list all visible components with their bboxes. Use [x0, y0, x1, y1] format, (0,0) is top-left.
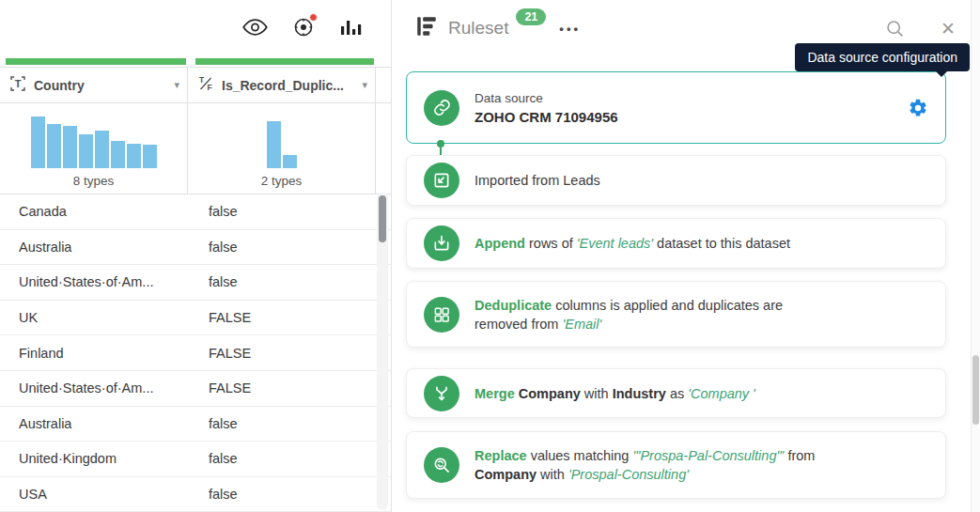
- table-row[interactable]: Australia false: [0, 230, 391, 266]
- cell-country[interactable]: USA: [0, 487, 188, 502]
- data-source-name: ZOHO CRM 71094956: [474, 109, 618, 125]
- rule-card-deduplicate[interactable]: Deduplicate columns is applied and dupli…: [406, 281, 946, 348]
- rule-text: Merge Company with Industry as 'Company …: [474, 384, 755, 403]
- histogram-bar[interactable]: [267, 121, 281, 168]
- column-header-country[interactable]: T Country ▾: [0, 68, 188, 102]
- search-icon[interactable]: [885, 19, 905, 39]
- merge-icon: [424, 376, 459, 411]
- cell-country[interactable]: United·Kingdom: [0, 451, 188, 466]
- gear-icon[interactable]: [908, 98, 928, 118]
- table-row[interactable]: Finland FALSE: [0, 335, 391, 371]
- histogram-bar[interactable]: [283, 155, 297, 168]
- boolean-type-icon: T F: [197, 75, 214, 96]
- cell-duplicate[interactable]: FALSE: [188, 310, 251, 325]
- cell-country[interactable]: United·States·of·Am...: [0, 380, 188, 396]
- close-icon[interactable]: ✕: [941, 18, 956, 39]
- rule-text: Imported from Leads: [474, 171, 600, 190]
- data-source-texts: Data source ZOHO CRM 71094956: [474, 91, 618, 125]
- grid-toolbar: [0, 0, 391, 54]
- dataprep-app: T Country ▾ T F Is_Record_Duplic... ▾: [0, 0, 980, 512]
- svg-text:F: F: [207, 83, 211, 92]
- histogram-duplicate: 2 types: [188, 103, 376, 194]
- import-icon: [424, 163, 459, 198]
- column-name: Country: [34, 78, 166, 93]
- svg-text:T: T: [15, 78, 22, 89]
- grid-scrollbar-thumb[interactable]: [379, 195, 386, 242]
- column-headers: T Country ▾ T F Is_Record_Duplic... ▾: [0, 67, 391, 103]
- rule-card-append[interactable]: Append rows of 'Event leads' dataset to …: [406, 218, 946, 269]
- rules-count-badge: 21: [516, 8, 546, 25]
- cell-duplicate[interactable]: false: [188, 204, 238, 219]
- column-header-duplicate[interactable]: T F Is_Record_Duplic... ▾: [188, 68, 376, 102]
- cell-country[interactable]: Finland: [0, 346, 188, 361]
- text-type-icon: T: [9, 75, 26, 96]
- ruleset-icon: [414, 14, 439, 42]
- connector-dot: [437, 140, 444, 147]
- profile-target-icon[interactable]: [292, 16, 315, 39]
- table-row[interactable]: Canada false: [0, 194, 391, 230]
- deduplicate-icon: [424, 297, 459, 333]
- svg-text:T: T: [199, 75, 205, 85]
- cell-country[interactable]: Australia: [0, 416, 188, 431]
- more-options-icon[interactable]: •••: [559, 22, 581, 36]
- panel-scrollbar-thumb[interactable]: [972, 355, 979, 425]
- cell-country[interactable]: United·States·of·Am...: [0, 274, 188, 289]
- grid-scrollbar[interactable]: [377, 193, 388, 510]
- rule-card-merge[interactable]: Merge Company with Industry as 'Company …: [406, 368, 946, 418]
- quality-bar-country[interactable]: [6, 58, 186, 65]
- data-quality-bars: [0, 58, 391, 65]
- data-source-label: Data source: [474, 91, 618, 105]
- cell-duplicate[interactable]: false: [188, 240, 238, 255]
- cell-country[interactable]: UK: [0, 310, 188, 325]
- cell-duplicate[interactable]: false: [188, 274, 238, 289]
- eye-icon[interactable]: [242, 18, 268, 37]
- histogram-bar[interactable]: [31, 116, 45, 168]
- cell-duplicate[interactable]: FALSE: [188, 380, 251, 396]
- column-histograms: 8 types 2 types: [0, 103, 391, 194]
- panel-scrollbar[interactable]: [971, 0, 980, 512]
- histogram-bars: [0, 112, 187, 168]
- histogram-bar[interactable]: [79, 134, 93, 168]
- histogram-bar[interactable]: [63, 126, 77, 168]
- table-row[interactable]: USA false: [0, 477, 391, 512]
- cell-duplicate[interactable]: false: [188, 487, 238, 502]
- quality-bar-duplicate[interactable]: [195, 58, 374, 65]
- append-icon: [424, 225, 459, 261]
- chevron-down-icon[interactable]: ▾: [174, 79, 179, 91]
- histogram-bar[interactable]: [47, 124, 61, 168]
- rule-card-import[interactable]: Imported from Leads: [406, 155, 946, 206]
- rule-card-replace[interactable]: Replace values matching '"Prospa-Pal-Con…: [406, 431, 946, 499]
- types-count-label: 8 types: [0, 174, 187, 188]
- table-row[interactable]: United·Kingdom false: [0, 442, 391, 477]
- chevron-down-icon[interactable]: ▾: [362, 79, 367, 91]
- ruleset-cards: Data source ZOHO CRM 71094956 Imported f…: [392, 56, 980, 499]
- histogram-country: 8 types: [0, 103, 188, 194]
- data-rows: Canada false Australia false United·Stat…: [0, 194, 391, 512]
- histogram-bars: [188, 112, 375, 168]
- column-name: Is_Record_Duplic...: [222, 78, 354, 93]
- table-row[interactable]: United·States·of·Am... false: [0, 265, 391, 301]
- replace-icon: [424, 447, 459, 483]
- histogram-bar[interactable]: [127, 144, 141, 168]
- table-row[interactable]: United·States·of·Am... FALSE: [0, 371, 391, 407]
- cell-duplicate[interactable]: FALSE: [188, 346, 251, 361]
- data-source-card[interactable]: Data source ZOHO CRM 71094956: [406, 71, 946, 144]
- cell-duplicate[interactable]: false: [188, 451, 238, 466]
- notification-dot: [309, 13, 318, 22]
- panel-title: Ruleset: [448, 18, 508, 39]
- histogram-bar[interactable]: [111, 141, 125, 168]
- histogram-bar[interactable]: [95, 131, 109, 168]
- rule-text: Deduplicate columns is applied and dupli…: [474, 296, 827, 334]
- cell-country[interactable]: Australia: [0, 240, 188, 255]
- histogram-bar[interactable]: [143, 145, 157, 168]
- types-count-label: 2 types: [188, 174, 375, 188]
- link-icon: [424, 90, 459, 126]
- table-row[interactable]: UK FALSE: [0, 301, 391, 336]
- cell-country[interactable]: Canada: [0, 204, 188, 219]
- table-row[interactable]: Australia false: [0, 407, 391, 442]
- rule-text: Append rows of 'Event leads' dataset to …: [474, 234, 790, 253]
- column-stats-icon[interactable]: [339, 18, 362, 37]
- cell-duplicate[interactable]: false: [188, 416, 238, 431]
- ruleset-panel: Ruleset 21 ••• ✕ Data source configurati…: [392, 0, 980, 512]
- data-grid-panel: T Country ▾ T F Is_Record_Duplic... ▾: [0, 0, 392, 512]
